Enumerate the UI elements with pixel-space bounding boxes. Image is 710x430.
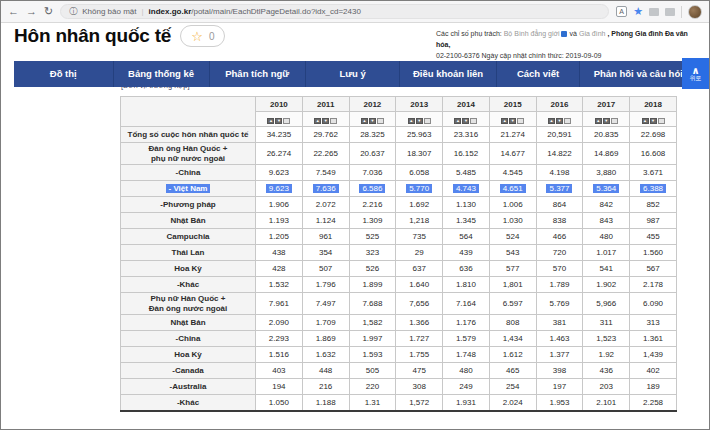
value-cell[interactable]: 5.377 bbox=[536, 181, 583, 197]
value-cell[interactable]: 480 bbox=[583, 229, 630, 245]
value-cell[interactable]: 1.709 bbox=[302, 315, 349, 331]
row-label[interactable]: Đàn ông Hàn Quốc +phụ nữ nước ngoài bbox=[121, 143, 256, 165]
select-box-icon[interactable] bbox=[517, 118, 524, 124]
value-cell[interactable]: 6.586 bbox=[349, 181, 396, 197]
back-arrow-icon[interactable]: ← bbox=[8, 6, 19, 17]
value-cell[interactable]: 29 bbox=[396, 245, 443, 261]
value-cell[interactable]: 354 bbox=[302, 245, 349, 261]
value-cell[interactable]: 436 bbox=[583, 363, 630, 379]
value-cell[interactable]: 570 bbox=[536, 261, 583, 277]
value-cell[interactable]: 7.636 bbox=[302, 181, 349, 197]
value-cell[interactable]: 637 bbox=[396, 261, 443, 277]
value-cell[interactable]: 220 bbox=[349, 379, 396, 395]
value-cell[interactable]: 194 bbox=[256, 379, 303, 395]
translate-icon[interactable]: A bbox=[616, 6, 627, 17]
bookmark-star-icon[interactable]: ★ bbox=[633, 6, 643, 17]
sort-down-icon[interactable]: ▼ bbox=[416, 118, 423, 124]
value-cell[interactable]: 34.235 bbox=[256, 127, 303, 143]
value-cell[interactable]: 526 bbox=[349, 261, 396, 277]
value-cell[interactable]: 2.101 bbox=[583, 395, 630, 411]
row-label[interactable]: -Khác bbox=[121, 395, 256, 411]
value-cell[interactable]: 1.796 bbox=[302, 277, 349, 293]
value-cell[interactable]: 5.364 bbox=[583, 181, 630, 197]
value-cell[interactable]: 1.050 bbox=[256, 395, 303, 411]
value-cell[interactable]: 1,434 bbox=[489, 331, 536, 347]
value-cell[interactable]: 26.274 bbox=[256, 143, 303, 165]
value-cell[interactable]: 14.677 bbox=[489, 143, 536, 165]
forward-arrow-icon[interactable]: → bbox=[26, 6, 37, 17]
value-cell[interactable]: 465 bbox=[489, 363, 536, 379]
value-cell[interactable]: 6.058 bbox=[396, 165, 443, 181]
value-cell[interactable]: 1.632 bbox=[302, 347, 349, 363]
value-cell[interactable]: 1.516 bbox=[256, 347, 303, 363]
sort-up-icon[interactable]: ▲ bbox=[267, 118, 274, 124]
value-cell[interactable]: 541 bbox=[583, 261, 630, 277]
value-cell[interactable]: 311 bbox=[583, 315, 630, 331]
value-cell[interactable]: 1.205 bbox=[256, 229, 303, 245]
value-cell[interactable]: 7.688 bbox=[349, 293, 396, 315]
value-cell[interactable]: 189 bbox=[630, 379, 677, 395]
row-label[interactable]: -Phương pháp bbox=[121, 197, 256, 213]
value-cell[interactable]: 1,218 bbox=[396, 213, 443, 229]
sort-up-icon[interactable]: ▲ bbox=[361, 118, 368, 124]
value-cell[interactable]: 864 bbox=[536, 197, 583, 213]
value-cell[interactable]: 961 bbox=[302, 229, 349, 245]
value-cell[interactable]: 843 bbox=[583, 213, 630, 229]
address-bar[interactable]: ⓘ Không bảo mật | index.go.kr/potal/main… bbox=[60, 4, 609, 19]
select-box-icon[interactable] bbox=[470, 118, 477, 124]
value-cell[interactable]: 1.612 bbox=[489, 347, 536, 363]
value-cell[interactable]: 475 bbox=[396, 363, 443, 379]
value-cell[interactable]: 720 bbox=[536, 245, 583, 261]
value-cell[interactable]: 25.963 bbox=[396, 127, 443, 143]
nav-tab-4[interactable]: Lưu ý bbox=[306, 61, 401, 87]
value-cell[interactable]: 22.698 bbox=[630, 127, 677, 143]
value-cell[interactable]: 7,656 bbox=[396, 293, 443, 315]
value-cell[interactable]: 3.671 bbox=[630, 165, 677, 181]
value-cell[interactable]: 1.997 bbox=[349, 331, 396, 347]
value-cell[interactable]: 1.92 bbox=[583, 347, 630, 363]
value-cell[interactable]: 480 bbox=[443, 363, 490, 379]
value-cell[interactable]: 323 bbox=[349, 245, 396, 261]
value-cell[interactable]: 5.769 bbox=[536, 293, 583, 315]
value-cell[interactable]: 398 bbox=[536, 363, 583, 379]
nav-tab-6[interactable]: Cách viết bbox=[497, 61, 581, 87]
value-cell[interactable]: 1.017 bbox=[583, 245, 630, 261]
row-label[interactable]: Tổng số cuộc hôn nhân quốc tế bbox=[121, 127, 256, 143]
sort-up-icon[interactable]: ▲ bbox=[642, 118, 649, 124]
value-cell[interactable]: 1.309 bbox=[349, 213, 396, 229]
value-cell[interactable]: 6.597 bbox=[489, 293, 536, 315]
value-cell[interactable]: 1.869 bbox=[302, 331, 349, 347]
value-cell[interactable]: 403 bbox=[256, 363, 303, 379]
value-cell[interactable]: 439 bbox=[443, 245, 490, 261]
value-cell[interactable]: 1,572 bbox=[396, 395, 443, 411]
value-cell[interactable]: 28.325 bbox=[349, 127, 396, 143]
value-cell[interactable]: 6.090 bbox=[630, 293, 677, 315]
value-cell[interactable]: 505 bbox=[349, 363, 396, 379]
value-cell[interactable]: 1.640 bbox=[396, 277, 443, 293]
value-cell[interactable]: 735 bbox=[396, 229, 443, 245]
value-cell[interactable]: 1.463 bbox=[536, 331, 583, 347]
value-cell[interactable]: 14.869 bbox=[583, 143, 630, 165]
sort-up-icon[interactable]: ▲ bbox=[548, 118, 555, 124]
sort-down-icon[interactable]: ▼ bbox=[603, 118, 610, 124]
sort-down-icon[interactable]: ▼ bbox=[650, 118, 657, 124]
value-cell[interactable]: 254 bbox=[489, 379, 536, 395]
row-label[interactable]: Hoa Kỳ bbox=[121, 261, 256, 277]
info-icon[interactable]: ⓘ bbox=[69, 6, 77, 17]
value-cell[interactable]: 455 bbox=[630, 229, 677, 245]
select-box-icon[interactable] bbox=[658, 118, 665, 124]
value-cell[interactable]: 1.579 bbox=[443, 331, 490, 347]
value-cell[interactable]: 249 bbox=[443, 379, 490, 395]
value-cell[interactable]: 636 bbox=[443, 261, 490, 277]
row-label[interactable]: -Australia bbox=[121, 379, 256, 395]
value-cell[interactable]: 20.637 bbox=[349, 143, 396, 165]
sort-down-icon[interactable]: ▼ bbox=[322, 118, 329, 124]
value-cell[interactable]: 1.124 bbox=[302, 213, 349, 229]
value-cell[interactable]: 20,591 bbox=[536, 127, 583, 143]
value-cell[interactable]: 7.549 bbox=[302, 165, 349, 181]
sort-up-icon[interactable]: ▲ bbox=[314, 118, 321, 124]
sort-up-icon[interactable]: ▲ bbox=[454, 118, 461, 124]
row-label[interactable]: -Khác bbox=[121, 277, 256, 293]
value-cell[interactable]: 216 bbox=[302, 379, 349, 395]
select-box-icon[interactable] bbox=[377, 118, 384, 124]
